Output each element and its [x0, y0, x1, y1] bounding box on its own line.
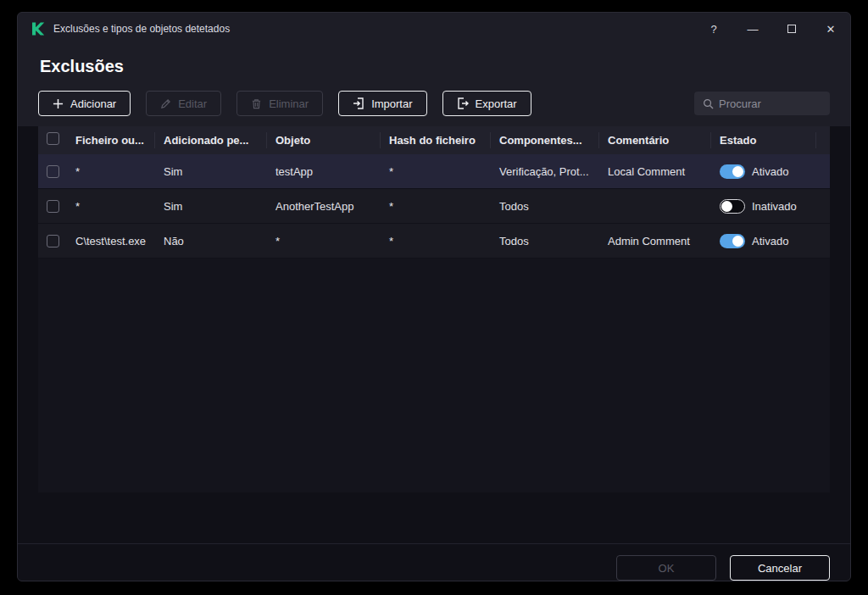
kaspersky-logo-icon [30, 21, 45, 36]
cell-state: Ativado [711, 164, 816, 179]
cell-comment: Local Comment [599, 165, 711, 178]
select-all-cell [38, 132, 67, 148]
cell-hash: * [381, 200, 491, 213]
cancel-button[interactable]: Cancelar [730, 555, 830, 581]
search-box[interactable] [694, 92, 830, 115]
cell-added: Não [155, 235, 267, 247]
export-icon [457, 97, 469, 109]
cell-components: Todos [491, 235, 599, 247]
cell-components: Todos [491, 200, 599, 213]
toolbar: Adicionar Editar Eliminar Importar Expor… [18, 77, 850, 126]
plus-icon [53, 98, 64, 109]
column-header-components: Componentes... [491, 132, 599, 148]
column-header-added: Adicionado pe... [155, 132, 267, 148]
import-button[interactable]: Importar [338, 91, 426, 116]
export-button-label: Exportar [476, 97, 517, 110]
table-row[interactable]: * Sim AnotherTestApp * Todos Inativado [38, 189, 830, 224]
delete-button-label: Eliminar [269, 97, 309, 110]
row-checkbox-cell [38, 200, 67, 213]
cell-state: Ativado [711, 234, 816, 248]
select-all-checkbox[interactable] [47, 132, 59, 145]
state-label: Ativado [752, 165, 788, 178]
cell-object: testApp [267, 165, 381, 178]
row-checkbox[interactable] [47, 235, 59, 247]
column-header-comment: Comentário [599, 132, 711, 148]
help-button[interactable]: ? [694, 13, 733, 45]
edit-button: Editar [146, 91, 221, 116]
pencil-icon [160, 98, 171, 109]
header-section: Exclusões Adicionar Editar Eliminar Impo… [18, 45, 850, 126]
minimize-button[interactable]: — [733, 13, 772, 45]
cell-hash: * [381, 235, 491, 247]
footer: OK Cancelar [18, 543, 850, 581]
page-title: Exclusões [18, 45, 850, 77]
maximize-icon [787, 25, 796, 33]
window-title: Exclusões e tipos de objetos detetados [53, 23, 230, 35]
content-section: Ficheiro ou... Adicionado pe... Objeto H… [18, 126, 850, 581]
delete-button: Eliminar [236, 91, 323, 116]
cell-hash: * [381, 165, 491, 178]
table-empty-area [38, 259, 830, 492]
column-header-object: Objeto [267, 132, 381, 148]
column-header-state: Estado [711, 132, 816, 148]
table-row[interactable]: C\test\test.exe Não * * Todos Admin Comm… [38, 224, 830, 259]
row-checkbox-cell [38, 235, 67, 247]
state-toggle[interactable] [720, 164, 745, 179]
cell-added: Sim [155, 200, 267, 213]
import-button-label: Importar [371, 97, 412, 110]
table-header-row: Ficheiro ou... Adicionado pe... Objeto H… [38, 126, 830, 154]
row-checkbox-cell [38, 165, 67, 178]
row-checkbox[interactable] [47, 200, 59, 213]
column-header-filler [816, 132, 833, 148]
column-header-hash: Hash do ficheiro [381, 132, 491, 148]
ok-button: OK [616, 555, 716, 581]
state-toggle[interactable] [720, 199, 745, 214]
state-label: Ativado [752, 235, 788, 247]
export-button[interactable]: Exportar [442, 91, 531, 116]
cell-added: Sim [155, 165, 267, 178]
toggle-knob [721, 201, 732, 212]
desktop-background: Exclusões e tipos de objetos detetados ?… [0, 0, 868, 595]
titlebar: Exclusões e tipos de objetos detetados ?… [18, 13, 850, 45]
table-row[interactable]: * Sim testApp * Verificação, Prot... Loc… [38, 154, 830, 189]
cell-object: * [267, 235, 381, 247]
cell-file: C\test\test.exe [67, 235, 155, 247]
close-button[interactable]: ✕ [811, 13, 850, 45]
state-label: Inativado [752, 200, 797, 213]
exclusions-table: Ficheiro ou... Adicionado pe... Objeto H… [38, 126, 830, 492]
search-input[interactable] [719, 97, 821, 110]
cell-comment: Admin Comment [599, 235, 711, 247]
add-button-label: Adicionar [70, 97, 116, 110]
toggle-knob [732, 236, 743, 247]
edit-button-label: Editar [178, 97, 207, 110]
add-button[interactable]: Adicionar [38, 91, 131, 116]
import-icon [353, 97, 364, 109]
search-icon [703, 98, 714, 109]
app-window: Exclusões e tipos de objetos detetados ?… [17, 12, 851, 581]
cell-file: * [67, 165, 155, 178]
window-controls: ? — ✕ [694, 13, 850, 45]
state-toggle[interactable] [720, 234, 745, 248]
toggle-knob [732, 166, 743, 177]
column-header-file: Ficheiro ou... [67, 132, 155, 148]
trash-icon [251, 98, 262, 109]
cell-components: Verificação, Prot... [491, 165, 599, 178]
cell-object: AnotherTestApp [267, 200, 381, 213]
cell-state: Inativado [711, 199, 816, 214]
cell-file: * [67, 200, 155, 213]
maximize-button[interactable] [772, 13, 811, 45]
row-checkbox[interactable] [47, 165, 59, 178]
